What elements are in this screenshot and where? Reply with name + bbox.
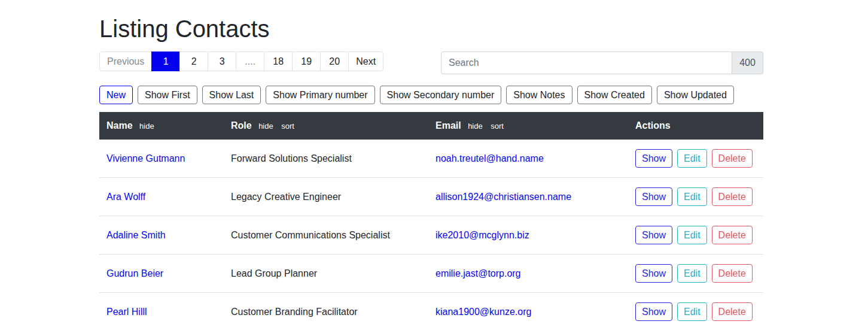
table-header: Name hide Role hide sort Email hide sort…	[99, 112, 763, 140]
name-cell: Pearl Hilll	[99, 293, 224, 324]
show-button[interactable]: Show	[635, 187, 672, 206]
email-cell: ike2010@mcglynn.biz	[428, 216, 628, 255]
show-secondary-number-button[interactable]: Show Secondary number	[380, 86, 502, 104]
contact-name-link[interactable]: Adaline Smith	[106, 230, 166, 240]
show-first-button[interactable]: Show First	[138, 86, 197, 104]
pagination-page-20[interactable]: 20	[321, 52, 349, 71]
column-header-name-label: Name	[106, 120, 133, 131]
toolbar: New Show First Show Last Show Primary nu…	[99, 86, 763, 104]
actions-cell: Show Edit Delete	[628, 216, 763, 255]
pagination-page-2-label[interactable]: 2	[179, 52, 208, 71]
name-cell: Adaline Smith	[99, 216, 224, 255]
edit-button[interactable]: Edit	[677, 149, 707, 168]
search-group: 400	[441, 52, 763, 74]
search-result-count: 400	[732, 52, 763, 74]
column-header-email: Email hide sort	[428, 112, 628, 140]
pagination-page-18-label[interactable]: 18	[264, 52, 293, 71]
actions-cell: Show Edit Delete	[628, 140, 763, 178]
role-cell: Lead Group Planner	[224, 255, 428, 293]
edit-button[interactable]: Edit	[677, 264, 707, 283]
controls-row: Previous 1 2 3 .... 18 19 20 Next 400	[99, 52, 763, 74]
table-body: Vivienne Gutmann Forward Solutions Speci…	[99, 140, 763, 324]
actions-cell: Show Edit Delete	[628, 178, 763, 216]
table-row: Adaline Smith Customer Communications Sp…	[99, 216, 763, 255]
pagination-previous-label: Previous	[99, 52, 152, 71]
role-cell: Legacy Creative Engineer	[224, 178, 428, 216]
name-cell: Vivienne Gutmann	[99, 140, 224, 178]
show-primary-number-button[interactable]: Show Primary number	[266, 86, 374, 104]
pagination-next-label[interactable]: Next	[348, 52, 383, 71]
search-input[interactable]	[441, 52, 732, 74]
pagination-page-3[interactable]: 3	[208, 52, 236, 71]
delete-button[interactable]: Delete	[712, 187, 753, 206]
contact-name-link[interactable]: Gudrun Beier	[106, 268, 163, 278]
pagination-page-18[interactable]: 18	[264, 52, 293, 71]
contact-name-link[interactable]: Pearl Hilll	[106, 307, 147, 317]
contact-email-link[interactable]: ike2010@mcglynn.biz	[435, 230, 529, 240]
name-cell: Gudrun Beier	[99, 255, 224, 293]
role-cell: Customer Branding Facilitator	[224, 293, 428, 324]
pagination-page-1-label[interactable]: 1	[151, 52, 180, 71]
pagination-gap: ....	[236, 52, 264, 71]
show-last-button[interactable]: Show Last	[202, 86, 261, 104]
column-header-actions: Actions	[628, 112, 763, 140]
table-row: Gudrun Beier Lead Group Planner emilie.j…	[99, 255, 763, 293]
page-container: Listing Contacts Previous 1 2 3 .... 18 …	[99, 0, 763, 324]
contacts-table: Name hide Role hide sort Email hide sort…	[99, 112, 763, 324]
contact-email-link[interactable]: noah.treutel@hand.name	[435, 153, 544, 163]
pagination-page-20-label[interactable]: 20	[320, 52, 349, 71]
column-header-role-label: Role	[231, 120, 252, 131]
email-sort-link[interactable]: sort	[491, 122, 504, 131]
delete-button[interactable]: Delete	[712, 149, 753, 168]
edit-button[interactable]: Edit	[677, 226, 707, 244]
contact-email-link[interactable]: allison1924@christiansen.name	[435, 192, 571, 202]
action-group: Show Edit Delete	[635, 149, 756, 168]
email-cell: kiana1900@kunze.org	[428, 293, 628, 324]
show-button[interactable]: Show	[635, 226, 672, 244]
contact-email-link[interactable]: kiana1900@kunze.org	[435, 307, 531, 317]
show-button[interactable]: Show	[635, 302, 672, 321]
action-group: Show Edit Delete	[635, 302, 756, 321]
action-group: Show Edit Delete	[635, 226, 756, 244]
action-group: Show Edit Delete	[635, 264, 756, 283]
pagination-page-2[interactable]: 2	[180, 52, 208, 71]
name-cell: Ara Wolff	[99, 178, 224, 216]
column-header-actions-label: Actions	[635, 120, 671, 131]
show-notes-button[interactable]: Show Notes	[506, 86, 572, 104]
pagination-next[interactable]: Next	[349, 52, 383, 71]
show-updated-button[interactable]: Show Updated	[657, 86, 734, 104]
delete-button[interactable]: Delete	[712, 264, 753, 283]
column-header-role: Role hide sort	[224, 112, 428, 140]
new-button[interactable]: New	[99, 86, 133, 104]
email-cell: emilie.jast@torp.org	[428, 255, 628, 293]
column-header-name: Name hide	[99, 112, 224, 140]
table-row: Pearl Hilll Customer Branding Facilitato…	[99, 293, 763, 324]
name-hide-link[interactable]: hide	[139, 122, 154, 131]
email-hide-link[interactable]: hide	[468, 122, 483, 131]
contact-name-link[interactable]: Ara Wolff	[106, 192, 145, 202]
column-header-email-label: Email	[435, 120, 461, 131]
table-row: Ara Wolff Legacy Creative Engineer allis…	[99, 178, 763, 216]
delete-button[interactable]: Delete	[712, 302, 753, 321]
actions-cell: Show Edit Delete	[628, 293, 763, 324]
show-button[interactable]: Show	[635, 149, 672, 168]
pagination-gap-label: ....	[236, 52, 264, 71]
role-hide-link[interactable]: hide	[258, 122, 273, 131]
page-title: Listing Contacts	[99, 14, 763, 43]
pagination-page-3-label[interactable]: 3	[208, 52, 236, 71]
role-cell: Customer Communications Specialist	[224, 216, 428, 255]
role-sort-link[interactable]: sort	[281, 122, 294, 131]
pagination-page-19-label[interactable]: 19	[292, 52, 321, 71]
pagination-previous: Previous	[99, 52, 152, 71]
edit-button[interactable]: Edit	[677, 302, 707, 321]
show-button[interactable]: Show	[635, 264, 672, 283]
pagination-page-1[interactable]: 1	[152, 52, 180, 71]
pagination-page-19[interactable]: 19	[293, 52, 321, 71]
actions-cell: Show Edit Delete	[628, 255, 763, 293]
show-created-button[interactable]: Show Created	[577, 86, 652, 104]
delete-button[interactable]: Delete	[712, 226, 753, 244]
action-group: Show Edit Delete	[635, 187, 756, 206]
contact-name-link[interactable]: Vivienne Gutmann	[106, 153, 185, 163]
contact-email-link[interactable]: emilie.jast@torp.org	[435, 268, 521, 278]
edit-button[interactable]: Edit	[677, 187, 707, 206]
